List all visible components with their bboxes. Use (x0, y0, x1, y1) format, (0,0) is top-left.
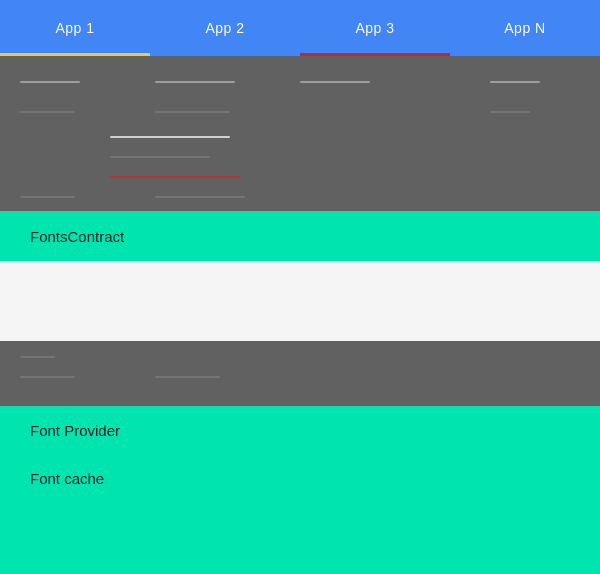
line-10 (110, 176, 240, 178)
fonts-contract-block: FontsContract (0, 211, 600, 261)
line-m1 (20, 356, 55, 358)
line-3 (300, 81, 370, 83)
line-8 (110, 136, 230, 138)
tab-app1-label: App 1 (55, 20, 94, 36)
tab-app2-label: App 2 (205, 20, 244, 36)
tab-appN-label: App N (504, 20, 545, 36)
font-provider-block: Font Provider (0, 406, 600, 454)
font-cache-block: Font cache (0, 454, 600, 502)
line-m3 (155, 376, 220, 378)
line-m2 (20, 376, 75, 378)
tab-app3-label: App 3 (355, 20, 394, 36)
tab-app2[interactable]: App 2 (150, 0, 300, 56)
tab-appN[interactable]: App N (450, 0, 600, 56)
line-12 (155, 196, 245, 198)
line-1 (20, 81, 80, 83)
line-5 (20, 111, 75, 113)
tab-app1[interactable]: App 1 (0, 0, 150, 56)
gray-block-top (0, 56, 600, 211)
fonts-contract-label: FontsContract (30, 228, 124, 245)
line-11 (20, 196, 75, 198)
line-9 (110, 156, 210, 158)
line-7 (490, 111, 530, 113)
tab-app3[interactable]: App 3 (300, 0, 450, 56)
gray-block-middle (0, 341, 600, 406)
line-4 (490, 81, 540, 83)
bottom-teal-block (0, 502, 600, 574)
app-bar: App 1 App 2 App 3 App N (0, 0, 600, 56)
diagram: FontsContract Font Provider Font cache (0, 56, 600, 574)
line-2 (155, 81, 235, 83)
line-6 (155, 111, 230, 113)
font-provider-label: Font Provider (30, 422, 120, 439)
font-cache-label: Font cache (30, 470, 104, 487)
